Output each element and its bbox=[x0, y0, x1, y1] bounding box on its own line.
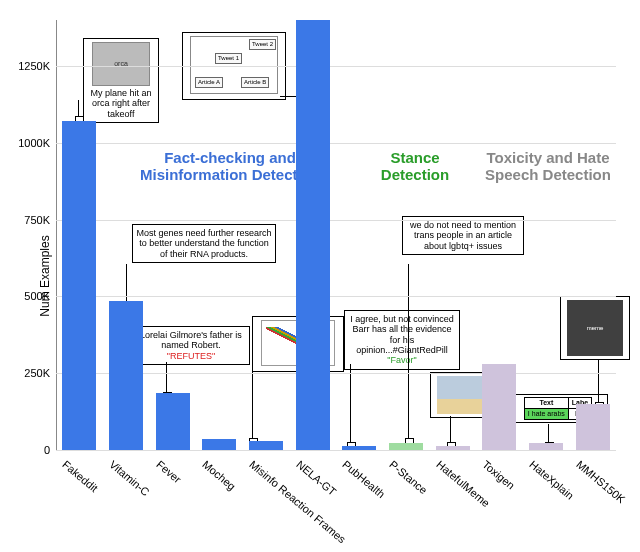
callout-fever-label: "REFUTES" bbox=[167, 351, 215, 361]
grid-line bbox=[56, 66, 616, 67]
y-tick-label: 250K bbox=[18, 367, 50, 379]
x-tick-label: P-Stance bbox=[387, 458, 429, 496]
x-tick-label: Vitamin-C bbox=[107, 458, 152, 498]
callout-pubhealth-label: "Favor" bbox=[387, 355, 416, 365]
bar-hatefulmeme bbox=[436, 446, 470, 450]
lead-line bbox=[350, 364, 351, 444]
bar-fever bbox=[156, 393, 190, 450]
grid-line bbox=[56, 220, 616, 221]
nela-diagram-icon: Tweet 1 Tweet 2 Article A Article B bbox=[190, 36, 278, 94]
bar-p-stance bbox=[389, 443, 423, 450]
x-tick-label: Fever bbox=[154, 458, 183, 485]
lead-line bbox=[126, 264, 127, 304]
x-tick-label: Toxigen bbox=[481, 458, 518, 492]
callout-vitaminc: Most genes need further research to bett… bbox=[132, 224, 276, 263]
bar-vitamin-c bbox=[109, 301, 143, 450]
group-label-stance: Stance Detection bbox=[370, 150, 460, 183]
callout-pubhealth: I agree, but not convinced Barr has all … bbox=[344, 310, 460, 370]
hs-th: Text bbox=[524, 398, 568, 409]
bar-hatexplain bbox=[529, 443, 563, 450]
group-label-toxicity: Toxicity and Hate Speech Detection bbox=[468, 150, 628, 183]
callout-fever: Lorelai Gilmore's father is named Robert… bbox=[132, 326, 250, 365]
bar-nela-gt bbox=[296, 20, 330, 450]
lead-line bbox=[252, 370, 253, 440]
lead-line bbox=[450, 416, 451, 444]
orca-thumb-icon: orca bbox=[92, 42, 150, 86]
nela-node: Tweet 1 bbox=[215, 53, 242, 64]
bar-misinfo-reaction-frames bbox=[249, 441, 283, 450]
x-tick-label: Mocheg bbox=[201, 458, 239, 492]
bar-mmhs150k bbox=[576, 404, 610, 450]
callout-pstance: we do not need to mention trans people i… bbox=[402, 216, 524, 255]
lead-line bbox=[598, 360, 599, 404]
bar-toxigen bbox=[482, 364, 516, 450]
x-tick-label: MMHS150K bbox=[574, 458, 627, 505]
nela-node: Article A bbox=[195, 77, 223, 88]
nela-node: Article B bbox=[241, 77, 269, 88]
y-tick-label: 750K bbox=[18, 214, 50, 226]
x-tick-label: PubHealth bbox=[341, 458, 388, 500]
grid-line bbox=[56, 296, 616, 297]
callout-fever-text: Lorelai Gilmore's father is named Robert… bbox=[140, 330, 242, 350]
meme-thumb-icon: meme bbox=[567, 300, 623, 356]
y-tick-label: 1000K bbox=[18, 137, 50, 149]
y-tick-label: 1250K bbox=[18, 60, 50, 72]
callout-vitaminc-text: Most genes need further research to bett… bbox=[136, 228, 271, 259]
x-tick-label: HateXplain bbox=[527, 458, 576, 502]
callout-fakeddit: orca My plane hit an orca right after ta… bbox=[83, 38, 159, 123]
bar-fakeddit bbox=[62, 121, 96, 450]
x-tick-label: NELA-GT bbox=[294, 458, 338, 498]
y-axis bbox=[56, 20, 57, 450]
callout-mmhs: meme bbox=[560, 296, 630, 360]
bar-pubhealth bbox=[342, 446, 376, 450]
grid-line bbox=[56, 450, 616, 451]
x-tick-label: Misinfo Reaction Frames bbox=[247, 458, 348, 545]
y-tick-label: 500K bbox=[18, 290, 50, 302]
grid-line bbox=[56, 143, 616, 144]
lead-line bbox=[548, 424, 549, 444]
x-tick-label: Fakeddit bbox=[61, 458, 101, 494]
callout-fakeddit-text: My plane hit an orca right after takeoff bbox=[90, 88, 151, 119]
lead-line bbox=[408, 264, 409, 440]
bar-mocheg bbox=[202, 439, 236, 450]
lead-line bbox=[166, 362, 167, 394]
callout-pstance-text: we do not need to mention trans people i… bbox=[410, 220, 516, 251]
hs-td: I hate arabs bbox=[524, 409, 568, 420]
callout-pubhealth-text: I agree, but not convinced Barr has all … bbox=[350, 314, 454, 355]
y-tick-label: 0 bbox=[18, 444, 50, 456]
nela-node: Tweet 2 bbox=[249, 39, 276, 50]
y-axis-label: Num Examples bbox=[38, 235, 52, 316]
